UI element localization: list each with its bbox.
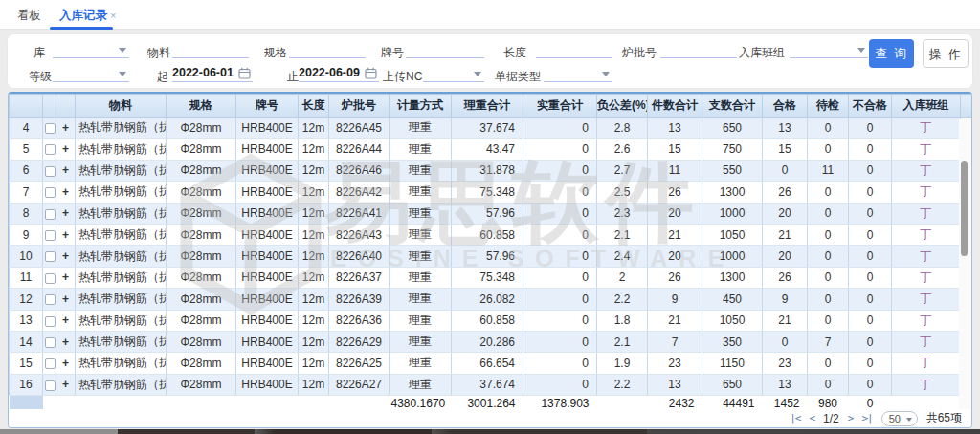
brand-cell: HRB400E — [236, 224, 299, 245]
checkbox[interactable] — [45, 337, 56, 348]
length-input[interactable] — [536, 40, 612, 58]
table-row[interactable]: 7 + 热轧带肋钢筋（抗震） Φ28mm HRB400E 12m 8226A42… — [10, 182, 972, 203]
table-row[interactable]: 10 + 热轧带肋钢筋（抗震） Φ28mm HRB400E 12m 8226A4… — [10, 246, 972, 267]
table-row[interactable]: 9 + 热轧带肋钢筋（抗震） Φ28mm HRB400E 12m 8226A43… — [10, 224, 972, 245]
theoretical-weight-cell: 75.348 — [452, 182, 523, 203]
tab-close-icon[interactable]: × — [110, 10, 116, 21]
col-team[interactable]: 入库班组 — [892, 95, 961, 118]
checkbox[interactable] — [45, 316, 56, 327]
table-row[interactable]: 11 + 热轧带肋钢筋（抗震） Φ28mm HRB400E 12m 8226A3… — [10, 267, 972, 288]
expand-button[interactable]: + — [56, 139, 76, 160]
expand-button[interactable]: + — [56, 203, 76, 224]
row-checkbox-cell[interactable] — [43, 246, 56, 267]
brand-cell: HRB400E — [236, 267, 299, 288]
checkbox[interactable] — [45, 123, 56, 134]
vertical-scrollbar-thumb[interactable] — [961, 161, 968, 256]
checkbox[interactable] — [45, 187, 56, 198]
checkbox[interactable] — [45, 230, 56, 241]
inbound-team-select[interactable] — [790, 40, 868, 58]
expand-button[interactable]: + — [56, 182, 76, 203]
col-pass[interactable]: 合格 — [763, 95, 808, 118]
query-button[interactable]: 查 询 — [869, 39, 914, 68]
operate-button[interactable]: 操 作 — [923, 39, 969, 68]
row-checkbox-cell[interactable] — [43, 118, 56, 139]
row-checkbox-cell[interactable] — [43, 374, 56, 395]
expand-button[interactable]: + — [56, 289, 76, 310]
col-fail[interactable]: 不合格 — [849, 95, 892, 118]
row-checkbox-cell[interactable] — [43, 160, 56, 181]
col-bars[interactable]: 支数合计 — [702, 95, 763, 118]
page-size-select[interactable]: 50 — [881, 411, 918, 426]
checkbox[interactable] — [45, 294, 56, 305]
col-material[interactable]: 物料 — [76, 95, 167, 118]
checkbox[interactable] — [45, 166, 56, 177]
col-theoretical[interactable]: 理重合计 — [452, 95, 523, 118]
col-batch[interactable]: 炉批号 — [329, 95, 390, 118]
prev-page-icon[interactable]: < — [809, 412, 814, 424]
table-row[interactable]: 14 + 热轧带肋钢筋（抗震） Φ28mm HRB400E 12m 8226A2… — [10, 331, 972, 352]
warehouse-select[interactable] — [53, 40, 129, 58]
tab-inbound-records[interactable]: 入库记录× — [59, 8, 116, 24]
col-spec[interactable]: 规格 — [167, 95, 236, 118]
brand-input[interactable] — [406, 40, 484, 58]
col-pending[interactable]: 待检 — [808, 95, 849, 118]
row-checkbox-cell[interactable] — [43, 182, 56, 203]
row-checkbox-cell[interactable] — [43, 267, 56, 288]
col-length[interactable]: 长度 — [299, 95, 329, 118]
col-actual[interactable]: 实重合计 — [523, 95, 597, 118]
checkbox[interactable] — [45, 273, 56, 284]
material-input[interactable] — [172, 40, 249, 58]
upload-nc-select[interactable] — [423, 64, 484, 82]
first-page-icon[interactable]: |< — [790, 412, 800, 424]
col-brand[interactable]: 牌号 — [236, 95, 299, 118]
furnace-batch-input[interactable] — [660, 40, 737, 58]
tab-dashboard[interactable]: 看板 — [17, 8, 41, 24]
actual-weight-cell: 0 — [523, 353, 597, 374]
checkbox[interactable] — [45, 251, 56, 262]
expand-button[interactable]: + — [56, 160, 76, 181]
row-checkbox-cell[interactable] — [43, 353, 56, 374]
table-row[interactable]: 13 + 热轧带肋钢筋（抗震） Φ28mm HRB400E 12m 8226A3… — [10, 310, 972, 331]
last-page-icon[interactable]: >| — [861, 412, 872, 424]
table-row[interactable]: 6 + 热轧带肋钢筋（抗震） Φ28mm HRB400E 12m 8226A46… — [10, 160, 972, 181]
spec-input[interactable] — [289, 40, 366, 58]
checkbox[interactable] — [45, 380, 56, 391]
doc-type-select[interactable] — [544, 64, 612, 82]
pending-cell: 0 — [808, 353, 849, 374]
vertical-scrollbar-track[interactable] — [959, 119, 970, 410]
date-from-input[interactable]: 2022-06-01 — [172, 64, 253, 82]
expand-button[interactable]: + — [56, 246, 76, 267]
table-row[interactable]: 12 + 热轧带肋钢筋（抗震） Φ28mm HRB400E 12m 8226A3… — [10, 289, 972, 310]
row-checkbox-cell[interactable] — [43, 289, 56, 310]
table-row[interactable]: 15 + 热轧带肋钢筋（抗震） Φ28mm HRB400E 12m 8226A2… — [10, 353, 972, 374]
expand-button[interactable]: + — [56, 310, 76, 331]
row-checkbox-cell[interactable] — [43, 203, 56, 224]
checkbox[interactable] — [45, 209, 56, 220]
expand-button[interactable]: + — [56, 267, 76, 288]
expand-button[interactable]: + — [56, 224, 76, 245]
checkbox[interactable] — [45, 144, 56, 155]
table-row[interactable]: 5 + 热轧带肋钢筋（抗震） Φ28mm HRB400E 12m 8226A44… — [10, 139, 972, 160]
table-row[interactable]: 4 + 热轧带肋钢筋（抗震） Φ28mm HRB400E 12m 8226A45… — [10, 118, 972, 139]
expand-button[interactable]: + — [56, 374, 76, 395]
table-row[interactable]: 16 + 热轧带肋钢筋（抗震） Φ28mm HRB400E 12m 8226A2… — [10, 374, 972, 395]
material-cell: 热轧带肋钢筋（抗震） — [76, 353, 167, 374]
table-row[interactable]: 8 + 热轧带肋钢筋（抗震） Φ28mm HRB400E 12m 8226A41… — [10, 203, 972, 224]
tolerance-cell: 1.9 — [597, 353, 648, 374]
col-tolerance[interactable]: 负公差(%) — [597, 95, 648, 118]
calendar-icon[interactable] — [365, 67, 377, 79]
expand-button[interactable]: + — [56, 331, 76, 352]
row-checkbox-cell[interactable] — [43, 224, 56, 245]
row-checkbox-cell[interactable] — [43, 139, 56, 160]
col-pieces[interactable]: 件数合计 — [648, 95, 702, 118]
col-method[interactable]: 计量方式 — [390, 95, 452, 118]
row-checkbox-cell[interactable] — [43, 331, 56, 352]
expand-button[interactable]: + — [56, 118, 76, 139]
checkbox[interactable] — [45, 358, 56, 369]
row-checkbox-cell[interactable] — [43, 310, 56, 331]
next-page-icon[interactable]: > — [848, 412, 854, 424]
expand-button[interactable]: + — [56, 353, 76, 374]
date-to-input[interactable]: 2022-06-09 — [299, 64, 379, 82]
grade-select[interactable] — [53, 64, 129, 82]
calendar-icon[interactable] — [238, 67, 251, 79]
